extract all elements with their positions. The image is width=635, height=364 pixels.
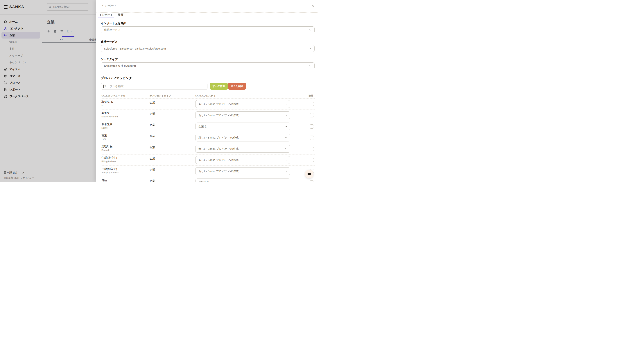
col-object-type: オブジェクトタイプ	[150, 94, 171, 98]
field-label-service: 連携サービス	[101, 40, 118, 44]
row-source-key: MasterRecordId	[101, 116, 118, 118]
exclude-checkbox[interactable]	[310, 102, 314, 106]
modal-title: インポート	[101, 4, 117, 8]
chevron-down-icon	[285, 103, 288, 106]
sanka-property-select[interactable]: 企業名	[195, 122, 290, 130]
chevron-down-icon	[309, 28, 312, 31]
exclude-checkbox[interactable]	[310, 147, 314, 151]
row-source-key: Type	[101, 138, 106, 140]
remove-exclude-button[interactable]: 除外を削除	[228, 83, 246, 90]
sanka-property-select[interactable]: 新しい Sanka プロパティの作成	[195, 156, 290, 164]
row-object-type: 企業	[150, 146, 155, 149]
service-value: Salesforce - Salesforce - sanka.my.sales…	[104, 47, 166, 50]
mapping-rows: 取引先 IDId企業新しい Sanka プロパティの作成取引先MasterRec…	[101, 98, 315, 182]
sanka-property-select[interactable]: 新しい Sanka プロパティの作成	[195, 111, 290, 119]
row-object-type: 企業	[150, 179, 155, 182]
sanka-property-value: 新しい Sanka プロパティの作成	[198, 102, 239, 106]
mapping-row-5: 住所(請求先)BillingAddress企業新しい Sanka プロパティの作…	[101, 154, 315, 166]
sanka-property-select[interactable]: 新しい Sanka プロパティの作成	[195, 100, 290, 108]
sanka-property-select[interactable]: 新しい Sanka プロパティの作成	[195, 145, 290, 153]
sanka-property-value: 新しい Sanka プロパティの作成	[198, 170, 239, 173]
row-object-type: 企業	[150, 157, 155, 160]
row-header-label: 取引先名	[101, 122, 112, 126]
chevron-down-icon	[285, 148, 288, 150]
exclude-checkbox[interactable]	[310, 136, 314, 140]
sanka-property-select[interactable]: 新しい Sanka プロパティの作成	[195, 134, 290, 142]
sanka-property-select[interactable]: 新しい Sanka プロパティの作成	[195, 167, 290, 175]
mapping-row-1: 取引先MasterRecordId企業新しい Sanka プロパティの作成	[101, 110, 315, 121]
sanka-property-value: 電話番号	[198, 181, 209, 182]
row-header-label: 親取引先	[101, 145, 112, 148]
row-source-key: Id	[101, 104, 103, 107]
chat-button[interactable]	[305, 170, 313, 178]
close-icon[interactable]	[311, 4, 315, 8]
import-modal: インポート インポート履歴 インポート元を選択 連携サービス 連携サービス Sa…	[96, 0, 317, 182]
table-search-input[interactable]: テーブルを検索...	[101, 83, 207, 90]
table-search-placeholder: テーブルを検索...	[104, 84, 126, 88]
row-object-type: 企業	[150, 123, 155, 127]
row-object-type: 企業	[150, 101, 155, 104]
mapping-row-2: 取引先名Name企業企業名	[101, 121, 315, 132]
col-salesforce-header: SALESFORCE ヘッダ	[101, 94, 125, 98]
sanka-property-value: 新しい Sanka プロパティの作成	[198, 114, 239, 117]
row-object-type: 企業	[150, 168, 155, 172]
sanka-property-select[interactable]: 電話番号	[195, 178, 290, 182]
exclude-checkbox[interactable]	[310, 158, 314, 162]
mapping-table-header: SALESFORCE ヘッダ オブジェクトタイプ SANKAプロパティ 除外	[101, 94, 315, 98]
sanka-property-value: 新しい Sanka プロパティの作成	[198, 158, 239, 162]
row-header-label: 住所(請求先)	[101, 156, 117, 160]
exclude-all-button[interactable]: すべて除外	[210, 83, 228, 90]
mapping-row-3: 種別Type企業新しい Sanka プロパティの作成	[101, 132, 315, 143]
row-header-label: 種別	[101, 134, 107, 137]
chat-bubble-icon	[307, 172, 311, 176]
mapping-row-7: 電話企業電話番号	[101, 177, 315, 182]
row-header-label: 取引先 ID	[101, 100, 113, 104]
import-source-value: 連携サービス	[104, 28, 121, 32]
chevron-down-icon	[285, 159, 288, 162]
row-header-label: 住所(納入先)	[101, 167, 117, 171]
chevron-down-icon	[285, 181, 288, 182]
property-mapping-heading: プロパティマッピング	[101, 76, 132, 80]
modal-tabs: インポート履歴	[96, 12, 317, 17]
col-sanka-property: SANKAプロパティ	[195, 94, 216, 98]
app-window: SANKA Sankaを検索 ホームコンタクト企業連絡先案件メッセージキャンペー…	[0, 0, 317, 182]
source-type-select[interactable]: Salesforce 会社 (Account)	[101, 62, 315, 69]
chevron-down-icon	[285, 170, 288, 173]
mapping-row-4: 親取引先ParentId企業新しい Sanka プロパティの作成	[101, 143, 315, 154]
mapping-row-6: 住所(納入先)ShippingAddress企業新しい Sanka プロパティの…	[101, 166, 315, 177]
row-source-key: Name	[101, 126, 107, 129]
col-exclude: 除外	[309, 94, 313, 98]
row-source-key: ParentId	[101, 149, 110, 152]
chevron-down-icon	[285, 125, 288, 128]
import-source-select[interactable]: 連携サービス	[101, 26, 315, 34]
service-select[interactable]: Salesforce - Salesforce - sanka.my.sales…	[101, 45, 315, 52]
exclude-checkbox[interactable]	[310, 124, 314, 128]
row-header-label: 取引先	[101, 111, 110, 115]
mapping-row-0: 取引先 IDId企業新しい Sanka プロパティの作成	[101, 98, 315, 110]
row-source-key: BillingAddress	[101, 160, 116, 163]
row-source-key: ShippingAddress	[101, 171, 119, 174]
row-object-type: 企業	[150, 112, 155, 116]
chevron-down-icon	[309, 47, 312, 50]
row-object-type: 企業	[150, 134, 155, 138]
chevron-down-icon	[309, 64, 312, 67]
chevron-down-icon	[285, 136, 288, 139]
sanka-property-value: 企業名	[198, 125, 207, 128]
sanka-property-value: 新しい Sanka プロパティの作成	[198, 136, 239, 140]
chevron-down-icon	[285, 114, 288, 117]
field-label-import-source: インポート元を選択	[101, 22, 126, 25]
source-type-value: Salesforce 会社 (Account)	[104, 64, 136, 68]
modal-tab-0[interactable]: インポート	[99, 13, 113, 17]
field-label-source-type: ソースタイプ	[101, 58, 118, 61]
modal-tab-1[interactable]: 履歴	[117, 13, 124, 17]
exclude-checkbox[interactable]	[310, 113, 314, 118]
sanka-property-value: 新しい Sanka プロパティの作成	[198, 147, 239, 151]
exclude-checkbox[interactable]	[310, 180, 314, 182]
modal-body: インポート元を選択 連携サービス 連携サービス Salesforce - Sal…	[96, 17, 317, 182]
text-caret	[103, 84, 104, 88]
row-header-label: 電話	[101, 178, 107, 182]
